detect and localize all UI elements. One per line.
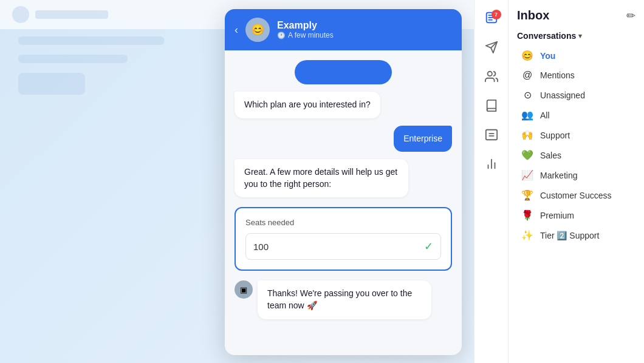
sales-icon: 💚 (521, 149, 534, 161)
tier-support-icon: ✨ (521, 229, 534, 241)
nav-item-sales[interactable]: 💚 Sales (517, 145, 635, 165)
nav-item-support[interactable]: 🙌 Support (517, 125, 635, 145)
message-thanks-row: ▣ Thanks! We're passing you over to the … (235, 280, 452, 319)
sidebar-item-knowledge[interactable] (479, 95, 504, 119)
check-icon: ✓ (424, 240, 433, 253)
nav-item-all[interactable]: 👥 All (517, 105, 635, 125)
sidebar-item-inbox[interactable]: 7 (479, 7, 504, 32)
chat-avatar: 😊 (245, 18, 270, 42)
knowledge-icon (485, 99, 498, 115)
chat-widget: ‹ 😊 Examply 🕐 A few minutes Which plan a… (225, 9, 462, 355)
thanks-avatar: ▣ (235, 280, 253, 299)
tickets-icon (485, 128, 498, 144)
nav-item-tier-support-label: Tier 2️⃣ Support (540, 231, 632, 240)
nav-item-all-label: All (540, 110, 632, 120)
nav-item-unassigned-label: Unassigned (540, 90, 632, 100)
chat-header-info: Examply 🕐 A few minutes (277, 20, 334, 39)
customer-success-icon: 🏆 (521, 189, 534, 201)
you-icon: 😊 (521, 50, 534, 61)
conversations-label: Conversations (517, 31, 576, 41)
nav-item-marketing[interactable]: 📈 Marketing (517, 165, 635, 185)
nav-item-you-label: You (540, 51, 632, 61)
bg-btn (18, 73, 85, 95)
chat-back-button[interactable]: ‹ (235, 24, 238, 36)
nav-items-list: 😊 You @ Mentions ⊙ Unassigned 👥 All 🙌 Su… (517, 46, 635, 245)
sidebar-item-reports[interactable] (479, 153, 504, 177)
nav-item-tier-support[interactable]: ✨ Tier 2️⃣ Support (517, 225, 635, 245)
form-input-seats[interactable]: 100 ✓ (245, 233, 441, 260)
nav-item-premium[interactable]: 🌹 Premium (517, 205, 635, 225)
reports-icon (485, 157, 498, 173)
chat-agent-status: 🕐 A few minutes (277, 31, 334, 39)
nav-item-unassigned[interactable]: ⊙ Unassigned (517, 85, 635, 105)
nav-item-mentions[interactable]: @ Mentions (517, 66, 635, 85)
message-enterprise: Enterprise (394, 126, 452, 152)
nav-item-you[interactable]: 😊 You (517, 46, 635, 66)
send-icon (485, 41, 498, 56)
message-which-plan: Which plan are you interested in? (235, 92, 380, 118)
seats-value: 100 (253, 242, 419, 252)
premium-icon: 🌹 (521, 209, 534, 221)
bg-bar-1 (18, 36, 164, 45)
nav-item-customer-success-label: Customer Success (540, 191, 632, 200)
chevron-down-icon: ▾ (578, 32, 582, 40)
compose-button[interactable]: ✏ (626, 9, 635, 22)
inbox-title: Inbox (517, 8, 549, 22)
form-label-seats: Seats needed (245, 218, 441, 227)
right-panel: 7 (474, 0, 644, 363)
message-thanks: Thanks! We're passing you over to the te… (258, 280, 431, 319)
nav-item-support-label: Support (540, 131, 632, 140)
chat-messages: Which plan are you interested in? Enterp… (225, 50, 462, 355)
sidebar-item-tickets[interactable] (479, 124, 504, 148)
conversations-section-header[interactable]: Conversations ▾ (517, 31, 635, 41)
all-icon: 👥 (521, 109, 534, 121)
inbox-panel: Inbox ✏ Conversations ▾ 😊 You @ Mentions… (509, 0, 644, 363)
svg-rect-7 (485, 130, 496, 140)
message-great-details: Great. A few more details will help us g… (235, 159, 408, 197)
inbox-header: Inbox ✏ (517, 8, 635, 22)
bg-logo (12, 6, 29, 23)
inbox-badge: 7 (492, 10, 501, 19)
sidebar-icons: 7 (474, 0, 509, 363)
nav-item-marketing-label: Marketing (540, 171, 632, 180)
contacts-icon (485, 70, 498, 86)
mentions-icon: @ (521, 70, 534, 81)
bg-content (18, 36, 164, 95)
support-icon: 🙌 (521, 129, 534, 141)
nav-item-sales-label: Sales (540, 151, 632, 160)
bg-bar-2 (18, 55, 128, 63)
sidebar-item-send[interactable] (479, 36, 504, 61)
chat-top-action-button[interactable] (295, 60, 392, 84)
clock-icon: 🕐 (277, 32, 286, 39)
bg-title (35, 10, 108, 19)
seats-form-card: Seats needed 100 ✓ (235, 207, 452, 271)
nav-item-customer-success[interactable]: 🏆 Customer Success (517, 185, 635, 205)
chat-agent-name: Examply (277, 20, 334, 31)
nav-item-premium-label: Premium (540, 211, 632, 220)
nav-item-mentions-label: Mentions (540, 70, 632, 80)
sidebar-item-contacts[interactable] (479, 66, 504, 90)
chat-header: ‹ 😊 Examply 🕐 A few minutes (225, 9, 462, 50)
marketing-icon: 📈 (521, 169, 534, 181)
svg-point-6 (487, 72, 492, 76)
unassigned-icon: ⊙ (521, 89, 534, 101)
